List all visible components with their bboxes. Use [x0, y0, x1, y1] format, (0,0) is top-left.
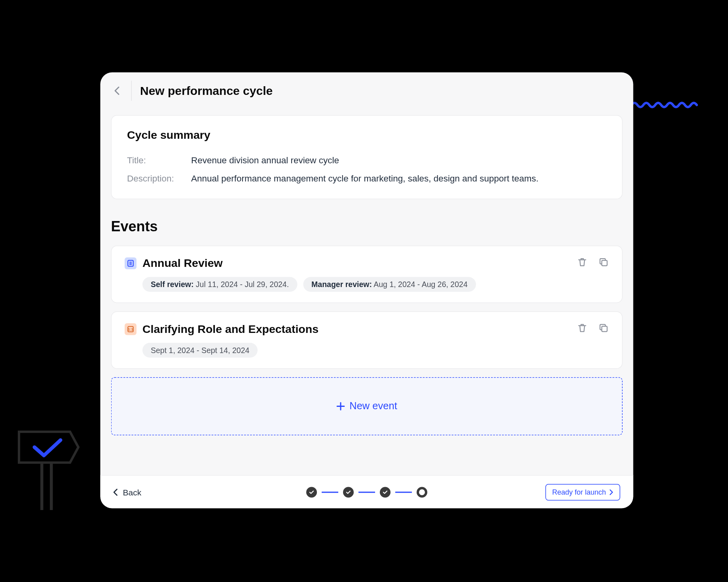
svg-rect-0 [40, 463, 44, 510]
svg-text:1:1: 1:1 [128, 327, 133, 331]
step-line [358, 491, 375, 493]
events-heading: Events [111, 218, 623, 235]
footer: Back Ready for launch [100, 475, 633, 508]
chevron-left-icon [114, 86, 120, 96]
duplicate-button[interactable] [598, 257, 609, 268]
date-pill: Manager review: Aug 1, 2024 - Aug 26, 20… [303, 277, 476, 292]
back-button[interactable] [111, 85, 123, 97]
content-area: Cycle summary Title: Revenue division an… [100, 101, 633, 435]
trash-icon [577, 323, 588, 333]
new-event-button[interactable]: New event [111, 377, 623, 435]
svg-rect-7 [602, 261, 607, 266]
event-pills: Self review: Jul 11, 2024 - Jul 29, 2024… [142, 277, 609, 292]
document-icon [125, 257, 136, 269]
step-dot-done [380, 487, 391, 497]
summary-row-title: Title: Revenue division annual review cy… [127, 155, 607, 165]
footer-back-button[interactable]: Back [114, 487, 142, 497]
event-header: Annual Review [125, 257, 609, 270]
step-dot-done [306, 487, 317, 497]
svg-rect-11 [602, 326, 607, 332]
header: New performance cycle [100, 72, 633, 101]
event-card[interactable]: 1:1 Clarifying Role and Expectations Sep… [111, 312, 623, 369]
delete-button[interactable] [577, 323, 588, 333]
trash-icon [577, 257, 588, 268]
date-pill: Self review: Jul 11, 2024 - Jul 29, 2024… [142, 277, 297, 292]
new-event-label: New event [349, 401, 397, 412]
launch-label: Ready for launch [552, 488, 606, 496]
step-dot-current [417, 487, 427, 497]
step-line [395, 491, 412, 493]
delete-button[interactable] [577, 257, 588, 268]
footer-back-label: Back [123, 487, 142, 497]
header-divider [131, 81, 132, 101]
summary-heading: Cycle summary [127, 129, 607, 142]
page-title: New performance cycle [140, 84, 273, 98]
cycle-summary-card: Cycle summary Title: Revenue division an… [111, 115, 623, 199]
event-card[interactable]: Annual Review Self review: Jul 11, 2024 … [111, 246, 623, 303]
one-on-one-icon: 1:1 [125, 323, 136, 335]
svg-rect-1 [50, 463, 53, 510]
ready-for-launch-button[interactable]: Ready for launch [546, 484, 620, 500]
date-pill: Sept 1, 2024 - Sept 14, 2024 [142, 343, 258, 358]
plus-icon [336, 402, 345, 410]
event-header: 1:1 Clarifying Role and Expectations [125, 323, 609, 336]
step-dot-done [343, 487, 354, 497]
copy-icon [598, 323, 609, 333]
duplicate-button[interactable] [598, 323, 609, 333]
event-pills: Sept 1, 2024 - Sept 14, 2024 [142, 343, 609, 358]
event-title: Annual Review [142, 257, 223, 270]
copy-icon [598, 257, 609, 268]
squiggle-decoration [631, 101, 703, 109]
summary-title-label: Title: [127, 155, 184, 165]
summary-description-label: Description: [127, 173, 184, 183]
chevron-left-icon [114, 488, 118, 495]
chevron-right-icon [610, 489, 614, 495]
stepper [306, 487, 427, 497]
summary-description-value: Annual performance management cycle for … [191, 173, 538, 183]
event-title: Clarifying Role and Expectations [142, 323, 318, 336]
step-line [322, 491, 338, 493]
app-window: New performance cycle Cycle summary Titl… [100, 72, 633, 508]
summary-row-description: Description: Annual performance manageme… [127, 173, 607, 183]
signpost-decoration [17, 429, 82, 512]
summary-title-value: Revenue division annual review cycle [191, 155, 339, 165]
